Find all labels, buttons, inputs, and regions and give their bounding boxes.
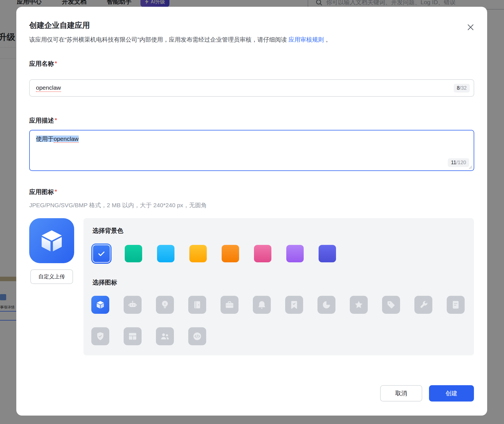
required-asterisk: *	[55, 188, 57, 195]
bg-color-blue[interactable]	[91, 243, 112, 264]
icon-option-bell-icon[interactable]	[253, 296, 271, 314]
app-desc-counter: 11/120	[448, 158, 469, 167]
app-name-input[interactable]: openclaw 8/32	[29, 79, 474, 97]
icon-option-briefcase-icon[interactable]	[221, 296, 239, 314]
bg-color-row	[91, 243, 336, 264]
icon-option-cube-icon[interactable]	[91, 296, 109, 314]
cancel-button[interactable]: 取消	[380, 385, 422, 402]
icon-option-lightbulb-icon[interactable]	[156, 296, 174, 314]
app-name-label: 应用名称*	[29, 60, 57, 68]
app-desc-label: 应用描述*	[29, 116, 57, 125]
app-desc-word: openclaw	[54, 136, 79, 143]
bg-color-purple[interactable]	[286, 245, 304, 262]
custom-upload-button[interactable]: 自定义上传	[30, 269, 73, 284]
intro-text-after: 。	[324, 36, 332, 43]
page: 应用中心 开发文档 智能助手 AI升级 你可以输入文档关键词、开发问题、Log …	[0, 0, 504, 424]
icon-option-layout-icon[interactable]	[124, 327, 142, 345]
modal-title: 创建企业自建应用	[29, 20, 90, 30]
modal-intro: 该应用仅可在“苏州横渠机电科技有限公司”内部使用，应用发布需经过企业管理员审核，…	[29, 35, 332, 44]
app-name-label-text: 应用名称	[29, 60, 54, 67]
icon-option-shield-icon[interactable]	[91, 327, 109, 345]
review-rules-link[interactable]: 应用审核规则	[289, 36, 324, 43]
icon-option-code-icon[interactable]	[188, 327, 206, 345]
app-desc-prefix: 使用于	[36, 136, 54, 142]
app-icon-preview	[29, 218, 74, 263]
icon-picker-panel: 选择背景色 选择图标	[83, 218, 474, 355]
create-app-modal: 创建企业自建应用 该应用仅可在“苏州横渠机电科技有限公司”内部使用，应用发布需经…	[16, 7, 487, 416]
app-name-value: openclaw	[36, 84, 61, 92]
icon-choice-title: 选择图标	[92, 278, 117, 287]
icon-option-wrench-icon[interactable]	[414, 296, 432, 314]
resize-handle[interactable]	[468, 165, 473, 169]
app-icon-label: 应用图标*	[29, 188, 57, 196]
icon-option-tag-icon[interactable]	[382, 296, 400, 314]
icon-option-robot-icon[interactable]	[124, 296, 142, 314]
bg-color-title: 选择背景色	[92, 227, 123, 235]
close-icon	[466, 23, 475, 31]
bg-color-teal[interactable]	[125, 245, 142, 262]
cube-icon	[37, 226, 66, 255]
app-desc-count: 11	[451, 160, 456, 165]
modal-footer: 取消 创建	[380, 385, 474, 402]
bg-color-cyan[interactable]	[157, 245, 174, 262]
app-desc-label-text: 应用描述	[29, 117, 54, 124]
app-desc-value: 使用于openclaw	[36, 136, 79, 142]
icon-option-pie-icon[interactable]	[317, 296, 335, 314]
icon-option-star-icon[interactable]	[350, 296, 368, 314]
intro-text: 该应用仅可在“苏州横渠机电科技有限公司”内部使用，应用发布需经过企业管理员审核，…	[29, 36, 289, 43]
app-icon-hint: JPEG/PNG/SVG/BMP 格式，2 MB 以内，大于 240*240 p…	[29, 201, 207, 209]
bg-color-pink[interactable]	[254, 245, 271, 262]
app-desc-max: /120	[456, 160, 466, 165]
icon-option-document-icon[interactable]	[447, 296, 465, 314]
create-button[interactable]: 创建	[429, 385, 474, 402]
app-name-max: /32	[460, 85, 467, 91]
app-icon-label-text: 应用图标	[29, 188, 54, 195]
check-icon	[97, 249, 106, 258]
icon-option-bookmark-icon[interactable]	[285, 296, 303, 314]
icon-row-2	[91, 327, 206, 345]
bg-color-amber[interactable]	[189, 245, 207, 262]
required-asterisk: *	[55, 60, 57, 66]
bg-color-indigo[interactable]	[319, 245, 336, 262]
bg-color-orange[interactable]	[222, 245, 239, 262]
icon-row-1	[91, 296, 465, 314]
close-button[interactable]	[465, 22, 476, 33]
icon-option-users-icon[interactable]	[156, 327, 174, 345]
app-name-count: 8	[457, 85, 460, 91]
icon-option-book-icon[interactable]	[188, 296, 206, 314]
required-asterisk: *	[55, 117, 57, 123]
app-desc-textarea[interactable]: 使用于openclaw 11/120	[29, 130, 474, 171]
app-name-counter: 8/32	[454, 84, 470, 93]
